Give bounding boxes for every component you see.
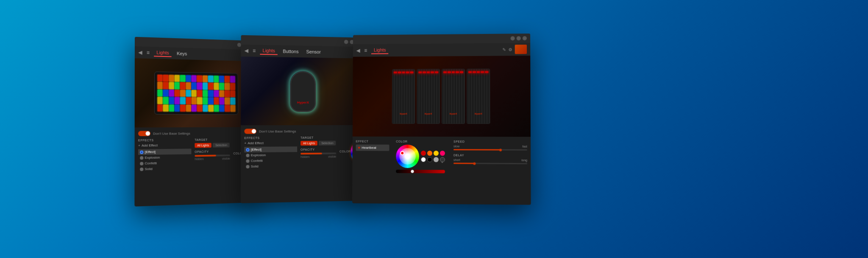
ram-stick-1: HyperX xyxy=(392,69,415,124)
brightness-slider[interactable] xyxy=(396,170,445,174)
back-icon[interactable]: ◀ xyxy=(356,48,360,53)
opacity-slider[interactable] xyxy=(300,152,336,154)
key xyxy=(163,90,169,97)
key xyxy=(208,90,213,97)
heartbeat-effect-item[interactable]: ♥ Heartbeat xyxy=(356,145,389,151)
key xyxy=(203,97,208,104)
key xyxy=(209,105,214,112)
tab-buttons[interactable]: Buttons xyxy=(280,48,301,55)
delay-slider[interactable] xyxy=(453,163,527,164)
add-effect-button[interactable]: + Add Effect xyxy=(244,141,297,145)
all-lights-button[interactable]: All Lights xyxy=(195,143,211,148)
key xyxy=(197,83,202,90)
key xyxy=(203,90,208,97)
effect-item-solid[interactable]: Solid xyxy=(244,163,297,169)
speed-slow: slow xyxy=(453,145,459,148)
window-controls: — □ × xyxy=(510,36,526,40)
target-header: TARGET xyxy=(300,136,336,139)
selection-button[interactable]: Selection xyxy=(213,143,230,147)
key xyxy=(186,82,191,90)
ram-led xyxy=(410,72,414,73)
opacity-slider[interactable] xyxy=(195,154,230,157)
back-icon[interactable]: ◀ xyxy=(138,49,142,55)
back-icon[interactable]: ◀ xyxy=(245,48,248,53)
key xyxy=(214,76,219,82)
swatch-gray[interactable] xyxy=(434,157,439,162)
menu-icon[interactable]: ≡ xyxy=(253,48,256,53)
effect-item-explosion[interactable]: Explosion xyxy=(244,152,297,158)
swatches-row-1 xyxy=(421,151,445,156)
ram-leds xyxy=(467,71,490,75)
close-button[interactable]: × xyxy=(523,36,527,40)
key xyxy=(230,90,235,97)
opacity-min: hidden xyxy=(195,157,203,160)
effect-icon xyxy=(246,154,249,157)
swatch-pink[interactable] xyxy=(440,151,445,156)
key xyxy=(157,97,163,104)
pencil-icon[interactable]: ✎ xyxy=(502,47,506,52)
ram-led xyxy=(452,71,455,73)
speed-slider[interactable] xyxy=(453,149,527,151)
swatch-white[interactable] xyxy=(421,157,426,162)
tab-lights[interactable]: Lights xyxy=(154,49,172,57)
opacity-section: OPACITY hidden visible xyxy=(195,150,230,160)
speed-labels: slow fast xyxy=(453,145,527,148)
swatch-red[interactable] xyxy=(421,151,426,156)
tab-lights[interactable]: Lights xyxy=(260,47,278,55)
effect-item-active[interactable]: [Effect] xyxy=(244,146,297,152)
delay-fill xyxy=(453,163,476,164)
key xyxy=(219,83,224,90)
opacity-header: OPACITY xyxy=(300,148,336,151)
menu-icon[interactable]: ≡ xyxy=(364,48,367,53)
swatch-orange[interactable] xyxy=(427,151,432,156)
ram-sticks: HyperX HyperX xyxy=(392,69,490,124)
all-lights-button[interactable]: All Lights xyxy=(300,141,317,146)
key xyxy=(225,90,230,97)
toggle-label: Don't Use Base Settings xyxy=(153,132,190,136)
toggle-knob xyxy=(146,131,150,135)
speed-header: SPEED xyxy=(453,140,527,143)
right-effects-row: EFFECT ♥ Heartbeat COLOR xyxy=(356,140,527,174)
ram-led xyxy=(398,72,401,73)
color-wheel-right[interactable] xyxy=(396,145,419,168)
minimize-button[interactable]: — xyxy=(510,36,515,40)
keyboard-image xyxy=(135,58,257,127)
key xyxy=(225,105,230,112)
profile-thumbnail xyxy=(515,45,527,54)
maximize-button[interactable]: □ xyxy=(517,36,521,40)
base-settings-toggle[interactable] xyxy=(244,129,256,134)
delay-header: DELAY xyxy=(453,154,527,157)
ram-led xyxy=(431,71,434,73)
key xyxy=(169,90,174,97)
selection-button[interactable]: Selection xyxy=(319,141,336,146)
tab-keys[interactable]: Keys xyxy=(174,50,189,57)
toggle-label: Don't Use Base Settings xyxy=(259,129,296,133)
gear-icon[interactable]: ⚙ xyxy=(509,47,512,52)
key xyxy=(192,90,197,97)
ram-heatsink: HyperX xyxy=(417,69,440,123)
tab-lights[interactable]: Lights xyxy=(371,47,389,54)
color-selector-dot xyxy=(400,151,404,155)
swatch-black[interactable] xyxy=(427,157,432,162)
menu-icon[interactable]: ≡ xyxy=(147,50,150,56)
toggle-row: Don't Use Base Settings xyxy=(244,129,360,134)
key xyxy=(186,105,191,112)
keyboard-keys xyxy=(155,72,238,115)
opacity-max: visible xyxy=(222,157,230,160)
base-settings-toggle[interactable] xyxy=(138,131,150,136)
ram-led xyxy=(435,71,438,73)
ram-header-controls: ✎ ⚙ xyxy=(502,45,527,54)
mouse-window: ◀ ≡ Lights Buttons Sensor HyperX xyxy=(241,35,364,203)
minimize-button[interactable] xyxy=(344,40,348,44)
swatch-dark[interactable]: + xyxy=(440,157,445,162)
tab-sensor[interactable]: Sensor xyxy=(303,48,323,56)
ram-leds xyxy=(417,71,440,75)
plus-icon: + xyxy=(441,160,443,164)
effects-header: EFFECTS xyxy=(244,136,297,140)
add-effect-button[interactable]: + Add Effect xyxy=(138,143,191,147)
effect-item-solid[interactable]: Solid xyxy=(138,165,192,172)
swatches-row-2: + xyxy=(421,157,445,162)
key xyxy=(219,76,224,83)
opacity-fill xyxy=(195,155,216,157)
swatch-yellow[interactable] xyxy=(434,151,439,156)
